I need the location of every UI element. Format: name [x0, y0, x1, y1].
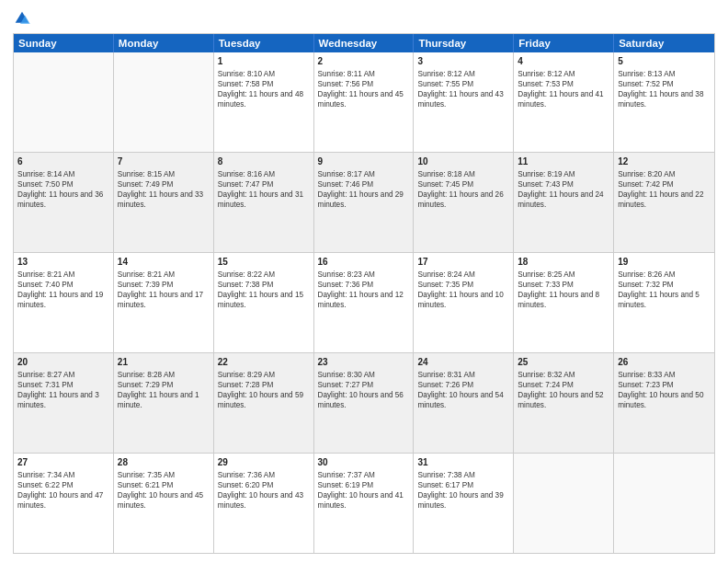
cell-info: Sunrise: 8:13 AMSunset: 7:52 PMDaylight:… — [618, 69, 711, 110]
cell-info: Sunrise: 8:18 AMSunset: 7:45 PMDaylight:… — [417, 169, 509, 211]
cell-info: Sunrise: 8:19 AMSunset: 7:43 PMDaylight:… — [518, 169, 609, 211]
day-number: 27 — [17, 456, 109, 469]
cell-info: Sunrise: 8:27 AMSunset: 7:31 PMDaylight:… — [17, 370, 109, 411]
calendar-cell: 28Sunrise: 7:35 AMSunset: 6:21 PMDayligh… — [114, 454, 214, 553]
day-number: 15 — [218, 256, 310, 269]
cell-info: Sunrise: 8:26 AMSunset: 7:32 PMDaylight:… — [618, 270, 711, 311]
calendar-cell: 13Sunrise: 8:21 AMSunset: 7:40 PMDayligh… — [14, 253, 114, 352]
calendar-body: 1Sunrise: 8:10 AMSunset: 7:58 PMDaylight… — [14, 52, 714, 553]
day-number: 10 — [417, 155, 509, 168]
calendar-cell: 8Sunrise: 8:16 AMSunset: 7:47 PMDaylight… — [214, 153, 314, 252]
cell-info: Sunrise: 8:21 AMSunset: 7:40 PMDaylight:… — [17, 270, 109, 311]
day-number: 12 — [618, 155, 711, 168]
cell-info: Sunrise: 8:33 AMSunset: 7:23 PMDaylight:… — [618, 370, 711, 411]
logo — [13, 9, 33, 28]
cell-info: Sunrise: 8:15 AMSunset: 7:49 PMDaylight:… — [118, 169, 210, 211]
calendar-week-3: 13Sunrise: 8:21 AMSunset: 7:40 PMDayligh… — [14, 253, 714, 353]
day-number: 18 — [518, 256, 609, 269]
day-number: 4 — [518, 55, 609, 68]
cell-info: Sunrise: 8:30 AMSunset: 7:27 PMDaylight:… — [318, 370, 410, 411]
day-number: 2 — [318, 55, 410, 68]
cell-info: Sunrise: 8:22 AMSunset: 7:38 PMDaylight:… — [218, 270, 310, 311]
calendar-header-cell: Sunday — [14, 34, 114, 52]
cell-info: Sunrise: 8:14 AMSunset: 7:50 PMDaylight:… — [17, 169, 109, 211]
calendar-week-5: 27Sunrise: 7:34 AMSunset: 6:22 PMDayligh… — [14, 454, 714, 553]
calendar-cell: 18Sunrise: 8:25 AMSunset: 7:33 PMDayligh… — [514, 253, 614, 352]
day-number: 31 — [417, 456, 509, 469]
cell-info: Sunrise: 8:16 AMSunset: 7:47 PMDaylight:… — [218, 169, 310, 211]
calendar-cell: 16Sunrise: 8:23 AMSunset: 7:36 PMDayligh… — [314, 253, 415, 352]
calendar-header-cell: Thursday — [414, 34, 514, 52]
day-number: 9 — [318, 155, 410, 168]
cell-info: Sunrise: 7:36 AMSunset: 6:20 PMDaylight:… — [218, 470, 310, 511]
calendar-header-cell: Friday — [514, 34, 614, 52]
calendar-header-cell: Tuesday — [214, 34, 314, 52]
cell-info: Sunrise: 8:12 AMSunset: 7:55 PMDaylight:… — [417, 69, 509, 110]
cell-info: Sunrise: 8:21 AMSunset: 7:39 PMDaylight:… — [118, 270, 210, 311]
calendar-cell: 1Sunrise: 8:10 AMSunset: 7:58 PMDaylight… — [214, 52, 314, 152]
calendar-cell: 15Sunrise: 8:22 AMSunset: 7:38 PMDayligh… — [214, 253, 314, 352]
logo-icon — [13, 9, 31, 28]
calendar-cell: 5Sunrise: 8:13 AMSunset: 7:52 PMDaylight… — [614, 52, 714, 152]
calendar-cell: 3Sunrise: 8:12 AMSunset: 7:55 PMDaylight… — [414, 52, 514, 152]
cell-info: Sunrise: 8:20 AMSunset: 7:42 PMDaylight:… — [618, 169, 711, 211]
day-number: 8 — [218, 155, 310, 168]
calendar-cell: 17Sunrise: 8:24 AMSunset: 7:35 PMDayligh… — [414, 253, 514, 352]
cell-info: Sunrise: 8:32 AMSunset: 7:24 PMDaylight:… — [518, 370, 609, 411]
calendar-cell: 19Sunrise: 8:26 AMSunset: 7:32 PMDayligh… — [614, 253, 714, 352]
calendar-cell: 9Sunrise: 8:17 AMSunset: 7:46 PMDaylight… — [314, 153, 415, 252]
day-number: 20 — [17, 356, 109, 369]
calendar: SundayMondayTuesdayWednesdayThursdayFrid… — [13, 33, 715, 554]
day-number: 22 — [218, 356, 310, 369]
calendar-cell: 30Sunrise: 7:37 AMSunset: 6:19 PMDayligh… — [314, 454, 415, 553]
calendar-cell: 6Sunrise: 8:14 AMSunset: 7:50 PMDaylight… — [14, 153, 114, 252]
calendar-header-cell: Monday — [114, 34, 214, 52]
cell-info: Sunrise: 7:35 AMSunset: 6:21 PMDaylight:… — [118, 470, 210, 511]
cell-info: Sunrise: 7:34 AMSunset: 6:22 PMDaylight:… — [17, 470, 109, 511]
calendar-cell: 29Sunrise: 7:36 AMSunset: 6:20 PMDayligh… — [214, 454, 314, 553]
day-number: 25 — [518, 356, 609, 369]
calendar-week-2: 6Sunrise: 8:14 AMSunset: 7:50 PMDaylight… — [14, 153, 714, 253]
calendar-cell: 11Sunrise: 8:19 AMSunset: 7:43 PMDayligh… — [514, 153, 614, 252]
cell-info: Sunrise: 8:28 AMSunset: 7:29 PMDaylight:… — [118, 370, 210, 411]
cell-info: Sunrise: 8:17 AMSunset: 7:46 PMDaylight:… — [318, 169, 410, 211]
day-number: 14 — [118, 256, 210, 269]
day-number: 29 — [218, 456, 310, 469]
calendar-cell — [614, 454, 714, 553]
day-number: 7 — [118, 155, 210, 168]
day-number: 11 — [518, 155, 609, 168]
calendar-header-cell: Saturday — [614, 34, 714, 52]
calendar-cell: 10Sunrise: 8:18 AMSunset: 7:45 PMDayligh… — [414, 153, 514, 252]
calendar-cell: 26Sunrise: 8:33 AMSunset: 7:23 PMDayligh… — [614, 353, 714, 453]
calendar-cell: 23Sunrise: 8:30 AMSunset: 7:27 PMDayligh… — [314, 353, 415, 453]
day-number: 23 — [318, 356, 410, 369]
calendar-cell: 31Sunrise: 7:38 AMSunset: 6:17 PMDayligh… — [414, 454, 514, 553]
cell-info: Sunrise: 7:38 AMSunset: 6:17 PMDaylight:… — [417, 470, 509, 511]
day-number: 16 — [318, 256, 410, 269]
day-number: 19 — [618, 256, 711, 269]
calendar-week-4: 20Sunrise: 8:27 AMSunset: 7:31 PMDayligh… — [14, 353, 714, 454]
cell-info: Sunrise: 8:12 AMSunset: 7:53 PMDaylight:… — [518, 69, 609, 110]
calendar-cell: 22Sunrise: 8:29 AMSunset: 7:28 PMDayligh… — [214, 353, 314, 453]
cell-info: Sunrise: 7:37 AMSunset: 6:19 PMDaylight:… — [318, 470, 410, 511]
day-number: 21 — [118, 356, 210, 369]
cell-info: Sunrise: 8:25 AMSunset: 7:33 PMDaylight:… — [518, 270, 609, 311]
calendar-header-row: SundayMondayTuesdayWednesdayThursdayFrid… — [14, 34, 714, 52]
page: SundayMondayTuesdayWednesdayThursdayFrid… — [0, 0, 728, 563]
cell-info: Sunrise: 8:24 AMSunset: 7:35 PMDaylight:… — [417, 270, 509, 311]
calendar-cell: 2Sunrise: 8:11 AMSunset: 7:56 PMDaylight… — [314, 52, 415, 152]
day-number: 26 — [618, 356, 711, 369]
day-number: 17 — [417, 256, 509, 269]
cell-info: Sunrise: 8:11 AMSunset: 7:56 PMDaylight:… — [318, 69, 410, 110]
cell-info: Sunrise: 8:29 AMSunset: 7:28 PMDaylight:… — [218, 370, 310, 411]
calendar-cell: 4Sunrise: 8:12 AMSunset: 7:53 PMDaylight… — [514, 52, 614, 152]
day-number: 5 — [618, 55, 711, 68]
cell-info: Sunrise: 8:23 AMSunset: 7:36 PMDaylight:… — [318, 270, 410, 311]
day-number: 30 — [318, 456, 410, 469]
calendar-cell — [514, 454, 614, 553]
calendar-cell: 21Sunrise: 8:28 AMSunset: 7:29 PMDayligh… — [114, 353, 214, 453]
calendar-cell: 25Sunrise: 8:32 AMSunset: 7:24 PMDayligh… — [514, 353, 614, 453]
header — [13, 9, 715, 28]
day-number: 24 — [417, 356, 509, 369]
calendar-cell: 14Sunrise: 8:21 AMSunset: 7:39 PMDayligh… — [114, 253, 214, 352]
